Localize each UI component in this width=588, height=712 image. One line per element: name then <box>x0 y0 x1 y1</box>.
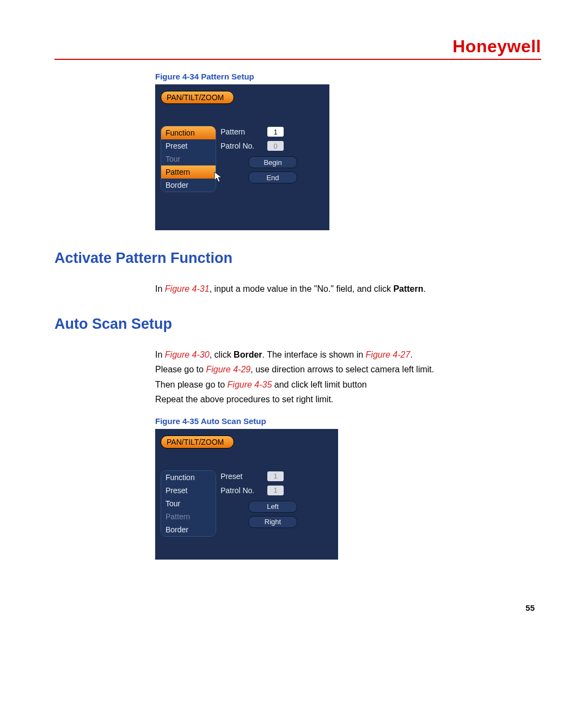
right-button[interactable]: Right <box>248 516 297 528</box>
text: . <box>410 350 412 359</box>
pattern-row: Pattern 1 <box>220 126 313 138</box>
cursor-icon <box>214 171 223 182</box>
figure-ref-4-27: Figure 4-27 <box>366 350 411 359</box>
figure-ref-4-31: Figure 4-31 <box>165 284 210 293</box>
text: In <box>155 284 165 293</box>
preset-row: Preset 1 <box>220 470 313 482</box>
patrol-row: Patrol No. 1 <box>220 484 313 496</box>
text: , use direction arrows to select camera … <box>250 365 434 374</box>
figure-caption-4-35: Figure 4-35 Auto Scan Setup <box>155 416 541 426</box>
figure-ref-4-29: Figure 4-29 <box>206 365 250 374</box>
text: . The interface is shown in <box>262 350 366 359</box>
text: , input a mode value in the "No." field,… <box>210 284 394 293</box>
auto-scan-line3: Then please go to Figure 4-35 and click … <box>155 378 525 392</box>
preset-value-input[interactable]: 1 <box>267 471 284 481</box>
heading-activate-pattern: Activate Pattern Function <box>54 250 541 267</box>
text: , click <box>210 350 234 359</box>
bold-pattern: Pattern <box>393 284 423 293</box>
pattern-value-input[interactable]: 1 <box>267 127 284 137</box>
text: Please go to <box>155 365 206 374</box>
pattern-label: Pattern <box>220 127 263 136</box>
document-page: Honeywell Figure 4-34 Pattern Setup PAN/… <box>0 0 588 645</box>
patrol-value-input[interactable]: 0 <box>267 141 284 151</box>
menu-pattern[interactable]: Pattern <box>161 165 216 179</box>
function-menu: Function Preset Tour Pattern Border <box>161 126 216 192</box>
menu-border[interactable]: Border <box>161 523 216 536</box>
header-rule: Honeywell <box>54 38 541 60</box>
paragraph-activate-pattern: In Figure 4-31, input a mode value in th… <box>155 282 525 296</box>
page-number: 55 <box>54 603 541 612</box>
menu-tour[interactable]: Tour <box>161 497 216 510</box>
patrol-row: Patrol No. 0 <box>220 140 313 152</box>
settings-column: Pattern 1 Patrol No. 0 Begin End <box>220 126 313 192</box>
button-stack: Begin End <box>232 155 313 183</box>
auto-scan-line4: Repeat the above procedures to set right… <box>155 392 525 407</box>
menu-preset[interactable]: Preset <box>161 139 216 152</box>
left-button[interactable]: Left <box>248 501 297 513</box>
preset-label: Preset <box>220 472 263 481</box>
panel-body: Function Preset Tour Pattern Border Patt… <box>161 126 324 192</box>
menu-border[interactable]: Border <box>161 179 216 192</box>
settings-column: Preset 1 Patrol No. 1 Left Right <box>220 470 313 537</box>
menu-pattern[interactable]: Pattern <box>161 510 216 523</box>
auto-scan-line1: In Figure 4-30, click Border. The interf… <box>155 348 525 362</box>
ptz-panel-auto-scan: PAN/TILT/ZOOM Function Preset Tour Patte… <box>155 429 338 560</box>
patrol-label: Patrol No. <box>220 142 263 150</box>
menu-tour[interactable]: Tour <box>161 152 216 165</box>
patrol-label: Patrol No. <box>220 486 263 495</box>
menu-preset[interactable]: Preset <box>161 484 216 497</box>
auto-scan-line2: Please go to Figure 4-29, use direction … <box>155 363 525 377</box>
bold-border: Border <box>234 350 262 359</box>
text: and click left limit button <box>272 380 366 389</box>
brand-logo: Honeywell <box>452 36 541 57</box>
begin-button[interactable]: Begin <box>248 156 297 168</box>
figure-ref-4-30: Figure 4-30 <box>165 350 210 359</box>
end-button[interactable]: End <box>248 171 297 183</box>
menu-function[interactable]: Function <box>161 126 216 139</box>
figure-caption-4-34: Figure 4-34 Pattern Setup <box>155 72 541 81</box>
ptz-tab[interactable]: PAN/TILT/ZOOM <box>161 91 234 104</box>
panel-body: Function Preset Tour Pattern Border Pres… <box>161 470 333 537</box>
ptz-panel-pattern-setup: PAN/TILT/ZOOM Function Preset Tour Patte… <box>155 84 329 230</box>
button-stack: Left Right <box>232 500 313 528</box>
ptz-tab[interactable]: PAN/TILT/ZOOM <box>161 435 234 449</box>
heading-auto-scan-setup: Auto Scan Setup <box>54 316 541 333</box>
figure-ref-4-35: Figure 4-35 <box>228 380 272 389</box>
text: In <box>155 350 165 359</box>
text: . <box>424 284 426 293</box>
menu-function[interactable]: Function <box>161 471 216 484</box>
text: Then please go to <box>155 380 228 389</box>
function-menu: Function Preset Tour Pattern Border <box>161 470 216 537</box>
patrol-value-input[interactable]: 1 <box>267 486 284 495</box>
